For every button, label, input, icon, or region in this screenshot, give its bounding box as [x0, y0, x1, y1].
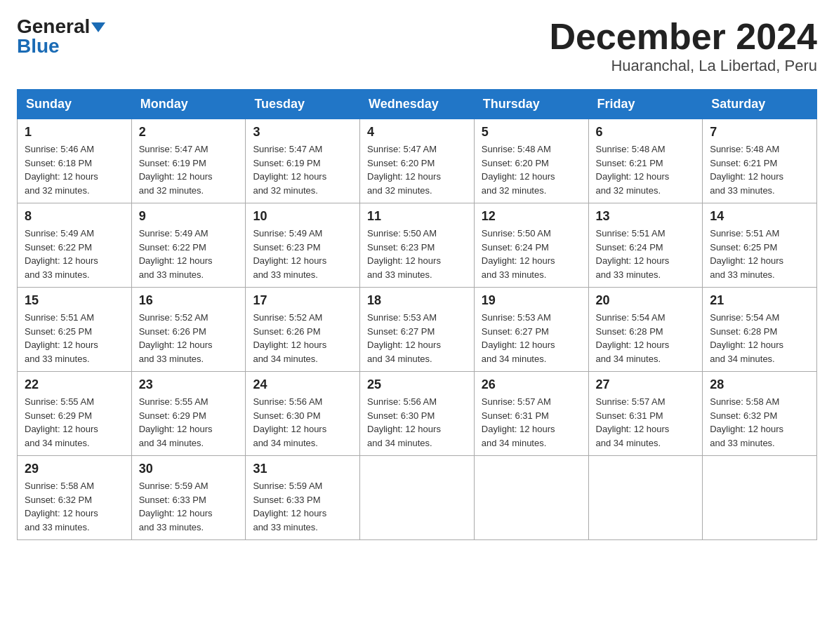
- day-number: 30: [139, 462, 239, 476]
- day-info: Sunrise: 5:48 AM Sunset: 6:21 PM Dayligh…: [710, 142, 809, 197]
- calendar-cell: 31 Sunrise: 5:59 AM Sunset: 6:33 PM Dayl…: [246, 456, 360, 540]
- day-number: 16: [139, 293, 239, 308]
- day-number: 10: [253, 209, 352, 224]
- calendar-cell: 22 Sunrise: 5:55 AM Sunset: 6:29 PM Dayl…: [18, 372, 132, 456]
- day-number: 8: [25, 209, 124, 224]
- week-row-3: 15 Sunrise: 5:51 AM Sunset: 6:25 PM Dayl…: [18, 288, 817, 372]
- calendar-cell: 24 Sunrise: 5:56 AM Sunset: 6:30 PM Dayl…: [246, 372, 360, 456]
- calendar-cell: 25 Sunrise: 5:56 AM Sunset: 6:30 PM Dayl…: [360, 372, 475, 456]
- day-number: 18: [367, 293, 467, 308]
- week-row-1: 1 Sunrise: 5:46 AM Sunset: 6:18 PM Dayli…: [18, 119, 817, 203]
- day-info: Sunrise: 5:51 AM Sunset: 6:24 PM Dayligh…: [596, 227, 696, 281]
- calendar-cell: 5 Sunrise: 5:48 AM Sunset: 6:20 PM Dayli…: [474, 119, 588, 203]
- column-header-monday: Monday: [131, 90, 246, 119]
- day-info: Sunrise: 5:59 AM Sunset: 6:33 PM Dayligh…: [139, 479, 239, 534]
- day-info: Sunrise: 5:47 AM Sunset: 6:19 PM Dayligh…: [253, 142, 352, 197]
- day-info: Sunrise: 5:47 AM Sunset: 6:19 PM Dayligh…: [139, 142, 239, 197]
- column-header-friday: Friday: [588, 90, 703, 119]
- week-row-4: 22 Sunrise: 5:55 AM Sunset: 6:29 PM Dayl…: [18, 372, 817, 456]
- day-number: 11: [367, 209, 467, 224]
- day-info: Sunrise: 5:49 AM Sunset: 6:22 PM Dayligh…: [139, 227, 239, 281]
- logo-blue-text: Blue: [17, 35, 60, 57]
- calendar-cell: 11 Sunrise: 5:50 AM Sunset: 6:23 PM Dayl…: [360, 203, 475, 288]
- calendar-cell: [474, 456, 588, 540]
- day-number: 27: [596, 377, 696, 392]
- calendar-cell: 9 Sunrise: 5:49 AM Sunset: 6:22 PM Dayli…: [131, 203, 246, 288]
- header-row: SundayMondayTuesdayWednesdayThursdayFrid…: [18, 90, 817, 119]
- day-number: 19: [482, 293, 581, 308]
- location-title: Huaranchal, La Libertad, Peru: [549, 57, 817, 75]
- day-number: 15: [25, 293, 124, 308]
- calendar-cell: 12 Sunrise: 5:50 AM Sunset: 6:24 PM Dayl…: [474, 203, 588, 288]
- calendar-cell: 26 Sunrise: 5:57 AM Sunset: 6:31 PM Dayl…: [474, 372, 588, 456]
- day-info: Sunrise: 5:48 AM Sunset: 6:20 PM Dayligh…: [482, 142, 581, 197]
- calendar-cell: 30 Sunrise: 5:59 AM Sunset: 6:33 PM Dayl…: [131, 456, 246, 540]
- day-info: Sunrise: 5:47 AM Sunset: 6:20 PM Dayligh…: [367, 142, 467, 197]
- day-info: Sunrise: 5:57 AM Sunset: 6:31 PM Dayligh…: [482, 395, 581, 450]
- day-info: Sunrise: 5:49 AM Sunset: 6:22 PM Dayligh…: [25, 227, 124, 281]
- calendar-cell: [703, 456, 817, 540]
- day-info: Sunrise: 5:48 AM Sunset: 6:21 PM Dayligh…: [596, 142, 696, 197]
- day-info: Sunrise: 5:54 AM Sunset: 6:28 PM Dayligh…: [710, 311, 809, 365]
- day-info: Sunrise: 5:57 AM Sunset: 6:31 PM Dayligh…: [596, 395, 696, 450]
- calendar-cell: 2 Sunrise: 5:47 AM Sunset: 6:19 PM Dayli…: [131, 119, 246, 203]
- week-row-5: 29 Sunrise: 5:58 AM Sunset: 6:32 PM Dayl…: [18, 456, 817, 540]
- day-info: Sunrise: 5:50 AM Sunset: 6:24 PM Dayligh…: [482, 227, 581, 281]
- day-info: Sunrise: 5:55 AM Sunset: 6:29 PM Dayligh…: [25, 395, 124, 450]
- calendar-cell: 6 Sunrise: 5:48 AM Sunset: 6:21 PM Dayli…: [588, 119, 703, 203]
- page-header: General Blue December 2024 Huaranchal, L…: [17, 17, 817, 75]
- calendar-cell: 18 Sunrise: 5:53 AM Sunset: 6:27 PM Dayl…: [360, 288, 475, 372]
- calendar-cell: 14 Sunrise: 5:51 AM Sunset: 6:25 PM Dayl…: [703, 203, 817, 288]
- calendar-cell: 16 Sunrise: 5:52 AM Sunset: 6:26 PM Dayl…: [131, 288, 246, 372]
- logo-triangle-icon: [91, 22, 105, 32]
- calendar-cell: 7 Sunrise: 5:48 AM Sunset: 6:21 PM Dayli…: [703, 119, 817, 203]
- day-info: Sunrise: 5:52 AM Sunset: 6:26 PM Dayligh…: [253, 311, 352, 365]
- calendar-cell: 10 Sunrise: 5:49 AM Sunset: 6:23 PM Dayl…: [246, 203, 360, 288]
- column-header-sunday: Sunday: [18, 90, 132, 119]
- day-number: 12: [482, 209, 581, 224]
- logo-general-text: General: [17, 15, 90, 37]
- day-number: 26: [482, 377, 581, 392]
- calendar-table: SundayMondayTuesdayWednesdayThursdayFrid…: [17, 89, 817, 540]
- day-number: 7: [710, 125, 809, 140]
- day-number: 24: [253, 377, 352, 392]
- day-info: Sunrise: 5:55 AM Sunset: 6:29 PM Dayligh…: [139, 395, 239, 450]
- day-info: Sunrise: 5:58 AM Sunset: 6:32 PM Dayligh…: [25, 479, 124, 534]
- day-info: Sunrise: 5:56 AM Sunset: 6:30 PM Dayligh…: [253, 395, 352, 450]
- week-row-2: 8 Sunrise: 5:49 AM Sunset: 6:22 PM Dayli…: [18, 203, 817, 288]
- logo-area: General Blue: [17, 17, 105, 56]
- day-info: Sunrise: 5:53 AM Sunset: 6:27 PM Dayligh…: [367, 311, 467, 365]
- day-number: 1: [25, 125, 124, 140]
- day-info: Sunrise: 5:59 AM Sunset: 6:33 PM Dayligh…: [253, 479, 352, 534]
- day-number: 13: [596, 209, 696, 224]
- calendar-cell: 8 Sunrise: 5:49 AM Sunset: 6:22 PM Dayli…: [18, 203, 132, 288]
- column-header-saturday: Saturday: [703, 90, 817, 119]
- month-title: December 2024: [549, 17, 817, 57]
- day-info: Sunrise: 5:50 AM Sunset: 6:23 PM Dayligh…: [367, 227, 467, 281]
- day-number: 21: [710, 293, 809, 308]
- day-info: Sunrise: 5:54 AM Sunset: 6:28 PM Dayligh…: [596, 311, 696, 365]
- day-number: 20: [596, 293, 696, 308]
- calendar-cell: 23 Sunrise: 5:55 AM Sunset: 6:29 PM Dayl…: [131, 372, 246, 456]
- day-number: 31: [253, 462, 352, 476]
- calendar-cell: 13 Sunrise: 5:51 AM Sunset: 6:24 PM Dayl…: [588, 203, 703, 288]
- day-number: 14: [710, 209, 809, 224]
- calendar-cell: 21 Sunrise: 5:54 AM Sunset: 6:28 PM Dayl…: [703, 288, 817, 372]
- day-number: 29: [25, 462, 124, 476]
- calendar-cell: 19 Sunrise: 5:53 AM Sunset: 6:27 PM Dayl…: [474, 288, 588, 372]
- day-info: Sunrise: 5:49 AM Sunset: 6:23 PM Dayligh…: [253, 227, 352, 281]
- day-info: Sunrise: 5:56 AM Sunset: 6:30 PM Dayligh…: [367, 395, 467, 450]
- day-info: Sunrise: 5:53 AM Sunset: 6:27 PM Dayligh…: [482, 311, 581, 365]
- day-number: 4: [367, 125, 467, 140]
- day-number: 9: [139, 209, 239, 224]
- day-info: Sunrise: 5:51 AM Sunset: 6:25 PM Dayligh…: [25, 311, 124, 365]
- logo-line2: Blue: [17, 36, 60, 56]
- calendar-cell: 28 Sunrise: 5:58 AM Sunset: 6:32 PM Dayl…: [703, 372, 817, 456]
- calendar-cell: 3 Sunrise: 5:47 AM Sunset: 6:19 PM Dayli…: [246, 119, 360, 203]
- day-number: 3: [253, 125, 352, 140]
- day-number: 5: [482, 125, 581, 140]
- day-number: 22: [25, 377, 124, 392]
- day-number: 23: [139, 377, 239, 392]
- calendar-cell: 1 Sunrise: 5:46 AM Sunset: 6:18 PM Dayli…: [18, 119, 132, 203]
- calendar-cell: 29 Sunrise: 5:58 AM Sunset: 6:32 PM Dayl…: [18, 456, 132, 540]
